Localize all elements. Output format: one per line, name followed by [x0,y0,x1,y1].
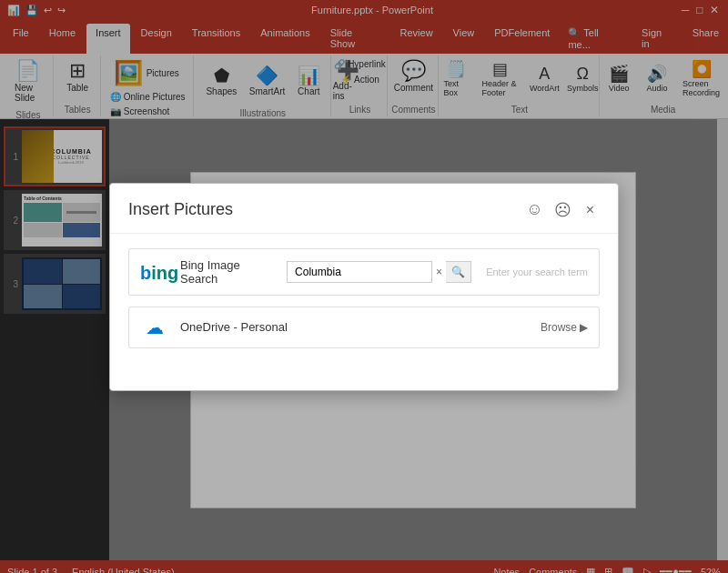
dialog-body: bing Bing Image Search × 🔍 Enter your se… [110,234,618,363]
bing-search-row: bing Bing Image Search × 🔍 Enter your se… [128,248,600,296]
bing-search-input-group: × 🔍 [287,261,471,283]
dialog-header-icons: ☺ ☹ × [524,198,600,222]
bing-label: Bing Image Search [180,258,276,286]
dialog-smile-btn[interactable]: ☺ [524,198,544,221]
bing-icon: bing [140,259,169,285]
dialog-footer [110,363,618,390]
search-clear-btn[interactable]: × [436,266,442,278]
onedrive-icon: ☁ [140,317,169,338]
dialog-overlay: Insert Pictures ☺ ☹ × bing Bing Image Se… [0,0,728,573]
dialog-close-btn[interactable]: × [581,200,600,220]
dialog-frown-btn[interactable]: ☹ [552,198,573,222]
dialog-header: Insert Pictures ☺ ☹ × [110,184,618,234]
dialog-title: Insert Pictures [128,200,233,219]
search-hint: Enter your search term [486,266,588,277]
onedrive-label: OneDrive - Personal [180,320,530,334]
insert-pictures-dialog: Insert Pictures ☺ ☹ × bing Bing Image Se… [109,183,619,391]
onedrive-browse-btn[interactable]: Browse ▶ [541,321,588,334]
onedrive-row: ☁ OneDrive - Personal Browse ▶ [128,307,600,348]
search-submit-btn[interactable]: 🔍 [446,261,471,283]
browse-arrow-icon: ▶ [580,321,588,334]
bing-search-field[interactable] [287,261,432,283]
